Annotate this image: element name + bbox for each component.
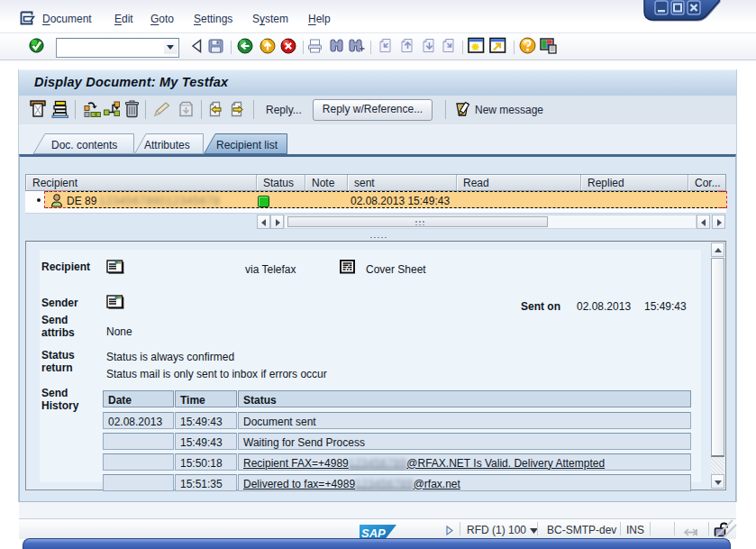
history-status: Document sent	[238, 412, 691, 429]
column-header-note[interactable]: Note	[305, 175, 348, 190]
find-icon[interactable]	[329, 38, 344, 53]
history-date	[103, 474, 174, 491]
export-icon[interactable]	[178, 100, 195, 118]
scroll-down-button[interactable]	[711, 474, 724, 489]
window-controls	[631, 0, 756, 24]
cover-sheet-icon[interactable]	[340, 260, 356, 274]
vertical-scrollbar-thumb[interactable]	[711, 258, 724, 457]
recipient-table-row[interactable]: DE 89 123456789012345678 02.08.2013 15:4…	[25, 191, 726, 208]
sent-on-time: 15:49:43	[644, 300, 687, 313]
column-header-replied[interactable]: Replied	[581, 175, 688, 190]
enter-icon[interactable]	[29, 38, 44, 53]
resubmission-icon[interactable]	[83, 100, 101, 118]
back-icon[interactable]	[190, 39, 203, 53]
column-right-button[interactable]	[712, 215, 725, 229]
menu-system[interactable]: System	[252, 13, 288, 26]
toolbar-separator	[231, 41, 232, 54]
save-icon[interactable]	[208, 39, 223, 53]
archive-icon[interactable]	[30, 100, 46, 118]
scroll-up-button[interactable]	[711, 242, 724, 257]
column-header-recipient[interactable]: Recipient	[26, 175, 257, 190]
shortcut-icon[interactable]	[489, 37, 506, 54]
resize-grip[interactable]	[714, 519, 737, 538]
last-page-icon[interactable]	[442, 38, 457, 53]
delete-icon[interactable]	[124, 100, 140, 118]
customize-layout-icon[interactable]	[540, 37, 557, 54]
close-button[interactable]	[688, 1, 700, 14]
document-icon[interactable]	[106, 260, 124, 274]
scrollbar-grip	[414, 220, 426, 225]
selection-end-marker	[718, 191, 727, 208]
document-icon[interactable]	[106, 295, 124, 309]
menu-help[interactable]: Help	[308, 13, 331, 26]
cover-sheet-text: Cover Sheet	[366, 263, 426, 276]
next-document-icon[interactable]	[231, 101, 245, 117]
menu-bar: Document Edit Goto Settings System Help	[0, 0, 756, 32]
menu-document[interactable]: Document	[42, 13, 92, 26]
tab-attributes[interactable]: Attributes	[144, 139, 190, 151]
back-history-icon[interactable]	[237, 38, 253, 54]
history-time: 15:50:18	[175, 453, 237, 471]
system-session-info[interactable]: RFD (1) 100	[467, 524, 526, 536]
new-message-button[interactable]: New message	[475, 104, 543, 116]
expand-message-icon[interactable]	[445, 526, 454, 535]
horizontal-scrollbar-thumb[interactable]	[287, 216, 548, 227]
command-dropdown-button[interactable]	[164, 40, 178, 54]
column-header-read[interactable]: Read	[457, 175, 581, 190]
vertical-scrollbar[interactable]	[711, 242, 725, 490]
system-menu-icon[interactable]	[19, 10, 37, 26]
transaction-title-bar: Display Document: My Testfax	[19, 69, 736, 96]
help-icon[interactable]	[519, 37, 536, 54]
chevron-down-icon	[167, 45, 174, 50]
row-marker-bullet	[37, 198, 41, 202]
column-header-status[interactable]: Status	[257, 175, 305, 190]
send-history-header: Date Time Status	[103, 390, 692, 407]
new-message-icon[interactable]	[454, 101, 471, 118]
forward-icon[interactable]	[103, 100, 121, 118]
edit-icon[interactable]	[153, 101, 171, 117]
menu-goto[interactable]: Goto	[150, 13, 174, 26]
print-list-icon[interactable]	[51, 100, 69, 118]
history-time: 15:49:43	[175, 412, 237, 429]
exit-icon[interactable]	[260, 38, 276, 54]
tab-doc-contents[interactable]: Doc. contents	[51, 139, 117, 151]
history-column-date: Date	[103, 390, 174, 407]
column-header-sent[interactable]: sent	[348, 175, 457, 190]
menu-settings[interactable]: Settings	[194, 13, 232, 26]
history-column-status: Status	[238, 390, 691, 407]
column-header-correspondence[interactable]: Cor...	[688, 175, 725, 190]
statusbar-separator	[674, 522, 675, 535]
tab-recipient-list[interactable]: Recipient list	[216, 139, 278, 151]
row-selector-cell[interactable]	[25, 191, 45, 208]
first-page-icon[interactable]	[378, 38, 394, 53]
scroll-left-button[interactable]	[257, 215, 270, 229]
history-status-link[interactable]: Recipient FAX=+4989123456789@RFAX.NET Is…	[238, 453, 691, 471]
send-history-row: 15:51:35 Delivered to fax=+4989123456789…	[103, 474, 692, 491]
maximize-button[interactable]	[671, 1, 684, 14]
previous-page-icon[interactable]	[400, 38, 415, 53]
minimize-button[interactable]	[655, 1, 668, 14]
print-icon[interactable]	[307, 39, 323, 53]
reply-button[interactable]: Reply...	[266, 104, 302, 116]
toolbar-separator	[145, 100, 146, 119]
history-status-link[interactable]: Delivered to fax=+4989123456789@rfax.net	[238, 474, 691, 491]
menu-edit[interactable]: Edit	[114, 13, 133, 26]
toolbar-separator	[514, 41, 515, 54]
column-left-button[interactable]	[697, 215, 710, 229]
find-next-icon[interactable]	[348, 38, 365, 53]
selected-recipient-row[interactable]: DE 89 123456789012345678 02.08.2013 15:4…	[45, 191, 726, 208]
scroll-right-button[interactable]	[270, 215, 284, 229]
history-time: 15:49:43	[175, 433, 237, 450]
splitter-handle[interactable]	[369, 236, 387, 239]
insert-mode[interactable]: INS	[626, 524, 644, 536]
new-session-icon[interactable]	[468, 37, 485, 54]
reply-with-reference-button[interactable]: Reply w/Reference...	[313, 99, 433, 121]
next-page-icon[interactable]	[422, 38, 437, 53]
sap-gui-window: Document Edit Goto Settings System Help	[0, 0, 756, 549]
data-transfer-icon	[680, 523, 700, 536]
horizontal-scrollbar[interactable]	[284, 215, 697, 229]
command-field[interactable]	[56, 38, 179, 58]
previous-document-icon[interactable]	[209, 101, 223, 117]
cancel-icon[interactable]	[280, 38, 296, 54]
recipient-table-header: Recipient Status Note sent Read Replied …	[25, 174, 726, 191]
